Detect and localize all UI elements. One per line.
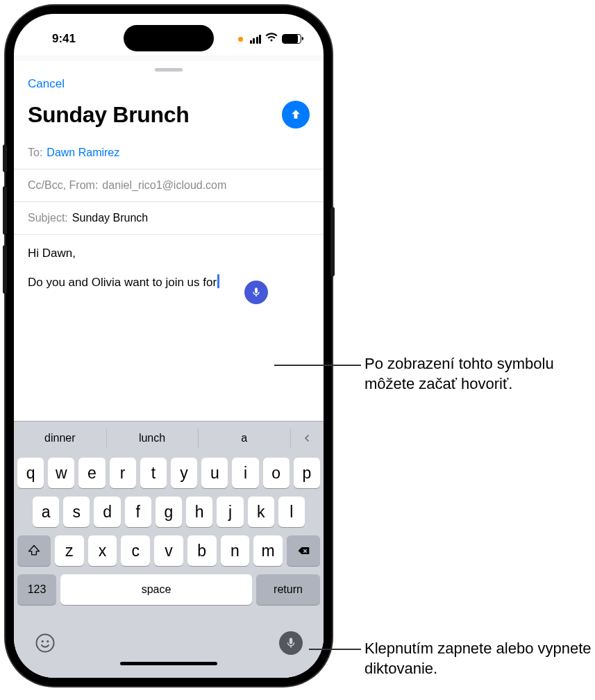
key-k[interactable]: k [248,497,274,527]
key-p[interactable]: p [294,458,320,488]
key-z[interactable]: z [55,535,84,566]
battery-icon [282,34,301,44]
key-n[interactable]: n [221,535,250,566]
microphone-icon [251,287,262,298]
callout-text-1: Po zobrazení tohto symbolu môžete začať … [364,354,594,394]
suggestion-bar: dinner lunch a [14,422,324,455]
side-button-power [330,207,335,276]
emoji-icon [35,633,56,653]
suggestion-2[interactable]: lunch [106,422,199,455]
svg-point-1 [42,640,44,642]
side-button-silent [3,144,7,172]
suggestion-3[interactable]: a [198,422,290,455]
callout-text-2: Klepnutím zapnete alebo vypnete diktovan… [364,639,594,678]
home-indicator[interactable] [120,662,217,665]
key-j[interactable]: j [217,497,243,527]
key-t[interactable]: t [140,458,167,488]
from-value: daniel_rico1@icloud.com [102,179,226,192]
collapse-suggestions-button[interactable] [290,422,324,455]
text-cursor [217,274,219,288]
phone-frame: 9:41 Cancel Sunday Brunch To: Dawn Rami [6,6,332,686]
ccbcc-from-field[interactable]: Cc/Bcc, From: daniel_rico1@icloud.com [14,169,324,202]
key-u[interactable]: u [201,458,228,488]
dictation-active-indicator[interactable] [244,281,268,304]
key-i[interactable]: i [232,458,258,488]
status-time: 9:41 [36,32,92,46]
body-line-1: Hi Dawn, [28,246,310,262]
backspace-icon [296,544,310,558]
mic-in-use-indicator [238,37,243,42]
dynamic-island [124,25,214,51]
to-field[interactable]: To: Dawn Ramirez [14,137,324,169]
key-c[interactable]: c [121,535,150,566]
microphone-icon [285,637,297,649]
backspace-key[interactable] [287,535,320,566]
key-o[interactable]: o [263,458,290,488]
callout-line-2 [309,649,361,650]
key-w[interactable]: w [48,458,74,488]
svg-point-2 [47,640,49,642]
keyboard: dinner lunch a qwertyuiop asdfghjkl zxcv… [14,421,324,678]
shift-key[interactable] [17,535,51,566]
emoji-button[interactable] [35,633,56,653]
key-e[interactable]: e [78,458,105,488]
key-f[interactable]: f [125,497,151,527]
to-recipient[interactable]: Dawn Ramirez [47,147,119,159]
sheet-backdrop [14,56,324,61]
send-button[interactable] [282,101,310,128]
arrow-up-icon [289,108,303,122]
side-button-volume-up [3,186,7,235]
side-button-volume-down [3,245,7,294]
body-line-2: Do you and Olivia want to join us for [28,276,217,289]
subject-value: Sunday Brunch [72,212,148,224]
subject-label: Subject: [28,212,68,224]
message-body[interactable]: Hi Dawn, Do you and Olivia want to join … [14,235,324,421]
compose-title: Sunday Brunch [28,102,190,128]
key-b[interactable]: b [187,535,217,566]
callout-line-1 [274,365,361,366]
svg-point-0 [37,635,54,652]
sheet-grabber[interactable] [14,61,324,76]
chevron-left-icon [301,433,312,444]
key-y[interactable]: y [171,458,197,488]
screen: 9:41 Cancel Sunday Brunch To: Dawn Rami [14,14,324,678]
suggestion-1[interactable]: dinner [14,422,106,455]
key-h[interactable]: h [186,497,212,527]
key-d[interactable]: d [94,497,120,527]
dictation-button[interactable] [279,631,303,655]
wifi-icon [265,32,278,46]
ccbcc-label: Cc/Bcc, From: [28,179,98,192]
key-m[interactable]: m [253,535,283,566]
cellular-signal-icon [250,35,262,44]
subject-field[interactable]: Subject: Sunday Brunch [14,202,324,235]
key-x[interactable]: x [88,535,117,566]
return-key[interactable]: return [256,574,320,605]
key-q[interactable]: q [17,458,44,488]
key-s[interactable]: s [63,497,90,527]
to-label: To: [28,147,42,159]
space-key[interactable]: space [60,574,252,605]
key-a[interactable]: a [33,497,59,527]
cancel-button[interactable]: Cancel [28,77,65,91]
key-v[interactable]: v [154,535,183,566]
shift-icon [27,544,41,558]
numeric-key[interactable]: 123 [17,574,56,605]
key-r[interactable]: r [110,458,136,488]
key-g[interactable]: g [156,497,182,527]
key-l[interactable]: l [278,497,305,527]
